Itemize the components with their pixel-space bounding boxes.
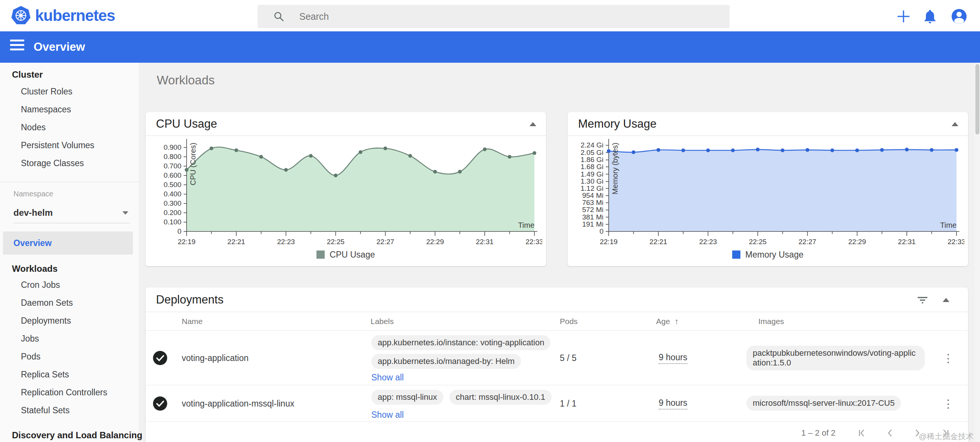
label-chip: app.kubernetes.io/instance: voting-appli… [371, 335, 550, 350]
row-menu-kebab-icon[interactable]: ⋮ [942, 352, 954, 365]
status-ok-check-icon [152, 350, 168, 366]
sidebar-item-storage-classes[interactable]: Storage Classes [21, 158, 84, 168]
sidebar-item-namespaces[interactable]: Namespaces [21, 105, 71, 115]
memory-chart-legend: Memory Usage [568, 249, 968, 260]
scrollbar[interactable] [975, 63, 980, 442]
sidebar-item-cron-jobs[interactable]: Cron Jobs [21, 280, 60, 290]
cpu-chart-legend: CPU Usage [146, 249, 546, 260]
label-chip: app.kubernetes.io/managed-by: Helm [371, 354, 521, 369]
sidebar-item-overview-label: Overview [13, 231, 51, 255]
sidebar-item-pods[interactable]: Pods [21, 352, 40, 362]
svg-text:0.800: 0.800 [164, 153, 181, 161]
search-input[interactable] [299, 5, 710, 28]
status-ok-check-icon [152, 396, 168, 412]
row-menu-kebab-icon[interactable]: ⋮ [942, 397, 954, 410]
deployment-name-link[interactable]: voting-application [182, 353, 248, 363]
brand-wordmark: kubernetes [35, 0, 115, 31]
cpu-usage-chart: 00.1000.2000.3000.4000.5000.6000.7000.80… [149, 136, 542, 248]
search-bar[interactable] [258, 5, 730, 28]
kubernetes-logo-icon[interactable] [10, 5, 31, 26]
age-value: 9 hours [659, 398, 687, 408]
collapse-up-icon[interactable] [530, 122, 536, 126]
svg-text:22:21: 22:21 [649, 238, 667, 246]
column-header-age[interactable]: Age↑ [656, 312, 678, 331]
create-plus-icon[interactable] [895, 8, 912, 25]
page-header-bar: Overview [0, 31, 980, 63]
column-header-pods[interactable]: Pods [560, 312, 578, 331]
memory-card-title: Memory Usage [578, 112, 657, 136]
sidebar-item-nodes[interactable]: Nodes [21, 123, 46, 132]
svg-text:22:25: 22:25 [749, 238, 767, 246]
image-chip: microsoft/mssql-server-linux:2017-CU5 [746, 396, 901, 411]
show-all-link[interactable]: Show all [371, 373, 404, 382]
svg-text:1.30 Gi: 1.30 Gi [581, 177, 603, 185]
pods-count: 1 / 1 [560, 399, 577, 409]
svg-text:22:27: 22:27 [377, 238, 395, 246]
sidebar-item-replication-controllers[interactable]: Replication Controllers [21, 388, 107, 397]
sidebar-item-stateful-sets[interactable]: Stateful Sets [21, 405, 69, 415]
menu-hamburger-icon[interactable] [10, 40, 24, 54]
memory-legend-label: Memory Usage [745, 250, 803, 260]
svg-text:22:23: 22:23 [277, 238, 295, 246]
sidebar-item-cluster-roles[interactable]: Cluster Roles [21, 86, 72, 97]
filter-icon[interactable] [916, 294, 929, 306]
svg-text:1.12 Gi: 1.12 Gi [581, 184, 603, 192]
scrollbar-thumb[interactable] [975, 64, 979, 134]
column-header-labels[interactable]: Labels [371, 312, 394, 331]
column-header-name[interactable]: Name [182, 312, 203, 331]
watermark-text: @稀土掘金技术社区 [919, 431, 980, 442]
previous-page-icon[interactable] [885, 428, 895, 438]
collapse-up-icon[interactable] [951, 122, 958, 126]
sidebar-item-jobs[interactable]: Jobs [21, 334, 39, 344]
svg-text:0.600: 0.600 [164, 171, 181, 179]
svg-text:0: 0 [177, 227, 181, 235]
age-value: 9 hours [659, 353, 687, 362]
chevron-down-icon [123, 211, 128, 215]
svg-text:22:19: 22:19 [178, 238, 196, 246]
svg-text:22:33: 22:33 [948, 238, 964, 246]
svg-text:22:27: 22:27 [799, 238, 816, 246]
svg-text:0.200: 0.200 [164, 209, 181, 217]
show-all-link[interactable]: Show all [371, 410, 404, 420]
svg-text:22:19: 22:19 [600, 238, 617, 246]
pagination-range: 1 – 2 of 2 [801, 422, 835, 442]
deployment-name-link[interactable]: voting-application-mssql-linux [182, 399, 294, 409]
svg-text:22:33: 22:33 [525, 238, 542, 246]
sidebar-item-persistent-volumes[interactable]: Persistent Volumes [21, 140, 94, 150]
svg-text:0.500: 0.500 [164, 181, 181, 188]
sidebar-item-overview[interactable]: Overview [3, 231, 133, 255]
svg-text:0.400: 0.400 [164, 190, 181, 198]
memory-usage-chart: 0191 Mi381 Mi572 Mi763 Mi954 Mi1.12 Gi1.… [571, 136, 964, 248]
user-avatar-icon[interactable] [951, 8, 967, 25]
label-chip: app: mssql-linux [371, 390, 443, 405]
page-title: Workloads [157, 73, 215, 87]
svg-text:22:25: 22:25 [327, 238, 345, 246]
sidebar-item-deployments[interactable]: Deployments [21, 316, 71, 326]
collapse-up-icon[interactable] [943, 298, 950, 302]
cpu-usage-card: CPU Usage 00.1000.2000.3000.4000.5000.60… [146, 112, 546, 266]
svg-text:0.700: 0.700 [164, 162, 181, 170]
first-page-icon[interactable] [856, 428, 867, 438]
svg-text:572 Mi: 572 Mi [582, 206, 603, 214]
svg-text:1.68 Gi: 1.68 Gi [581, 163, 603, 171]
kubernetes-dashboard: kubernetes Overview [0, 0, 980, 442]
pagination-bar: 1 – 2 of 2 [146, 422, 968, 442]
memory-card-header: Memory Usage [568, 112, 968, 136]
namespace-select[interactable]: dev-helm [13, 205, 130, 223]
sidebar-nav: Cluster Cluster RolesNamespacesNodesPers… [0, 63, 139, 442]
svg-text:CPU (Cores): CPU (Cores) [189, 143, 197, 185]
sidebar-item-replica-sets[interactable]: Replica Sets [21, 370, 69, 380]
column-header-images[interactable]: Images [758, 312, 784, 331]
svg-text:22:29: 22:29 [848, 238, 866, 246]
svg-text:Memory (bytes): Memory (bytes) [611, 143, 619, 195]
svg-text:381 Mi: 381 Mi [582, 213, 603, 221]
deployments-card-header: Deployments [146, 287, 968, 312]
sidebar-item-daemon-sets[interactable]: Daemon Sets [21, 298, 73, 308]
svg-text:0.300: 0.300 [164, 199, 181, 207]
svg-text:0.900: 0.900 [164, 144, 181, 151]
notifications-bell-icon[interactable] [922, 8, 938, 25]
column-header-age-label: Age [656, 317, 670, 326]
pods-count: 5 / 5 [560, 353, 577, 363]
table-row: voting-application app.kubernetes.io/ins… [146, 331, 968, 385]
deployments-table-header: Name Labels Pods Age↑ Images [146, 312, 968, 331]
